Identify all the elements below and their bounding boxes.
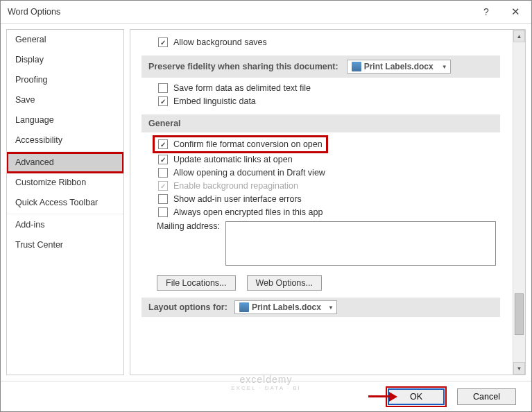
- sidebar-item-proofing[interactable]: Proofing: [7, 70, 123, 90]
- document-icon: [239, 302, 249, 312]
- content-panel: Allow background saves Preserve fidelity…: [130, 29, 526, 375]
- file-locations-button[interactable]: File Locations...: [157, 275, 236, 291]
- chevron-down-icon: ▼: [442, 64, 447, 70]
- combo-preserve-value: Print Labels.docx: [364, 62, 434, 71]
- button-row: File Locations... Web Options...: [157, 275, 500, 291]
- combo-preserve-document[interactable]: Print Labels.docx ▼: [347, 60, 451, 74]
- web-options-button[interactable]: Web Options...: [247, 275, 322, 291]
- checkbox-show-addin-errors[interactable]: [158, 194, 168, 204]
- vertical-scrollbar[interactable]: ▲ ▼: [513, 30, 525, 375]
- sidebar-item-trust-center[interactable]: Trust Center: [7, 235, 123, 255]
- checkbox-allow-draft[interactable]: [158, 168, 168, 178]
- sidebar: General Display Proofing Save Language A…: [6, 29, 124, 375]
- arrow-annotation: [368, 392, 397, 402]
- sidebar-item-quick-access-toolbar[interactable]: Quick Access Toolbar: [7, 193, 123, 213]
- checkbox-allow-background-saves[interactable]: [158, 37, 168, 47]
- scroll-up-arrow[interactable]: ▲: [513, 30, 525, 42]
- scroll-thumb[interactable]: [515, 293, 524, 335]
- option-row-update-auto-links: Update automatic links at open: [158, 155, 500, 164]
- sidebar-item-add-ins[interactable]: Add-ins: [7, 215, 123, 235]
- option-row-allow-draft: Allow opening a document in Draft view: [158, 168, 500, 178]
- section-title-layout: Layout options for:: [148, 302, 228, 312]
- sidebar-item-display[interactable]: Display: [7, 50, 123, 70]
- label-embed-linguistic: Embed linguistic data: [173, 96, 256, 106]
- option-row-save-form-data: Save form data as delimited text file: [158, 83, 500, 93]
- document-icon: [352, 62, 361, 71]
- section-preserve-fidelity: Preserve fidelity when sharing this docu…: [141, 55, 500, 78]
- option-row-enable-repagination: Enable background repagination: [158, 181, 500, 191]
- combo-layout-document[interactable]: Print Labels.docx ▼: [234, 300, 337, 314]
- label-allow-background-saves: Allow background saves: [173, 37, 267, 47]
- option-row-show-addin-errors: Show add-in user interface errors: [158, 194, 500, 204]
- checkbox-confirm-conversion[interactable]: [158, 139, 168, 149]
- scroll-down-arrow[interactable]: ▼: [513, 362, 525, 375]
- sidebar-item-accessibility[interactable]: Accessibility: [7, 130, 123, 151]
- highlighted-option-confirm-conversion: Confirm file format conversion on open: [155, 138, 325, 151]
- word-options-dialog: Word Options ? ✕ General Display Proofin…: [0, 0, 532, 412]
- help-button[interactable]: ?: [472, 6, 500, 17]
- checkbox-enable-repagination: [158, 181, 168, 191]
- section-layout-options: Layout options for: Print Labels.docx ▼: [141, 298, 500, 317]
- checkbox-update-auto-links[interactable]: [158, 155, 168, 164]
- section-title-general: General: [148, 119, 181, 128]
- dialog-body: General Display Proofing Save Language A…: [1, 23, 531, 381]
- option-row-embed-linguistic: Embed linguistic data: [158, 96, 500, 106]
- cancel-button[interactable]: Cancel: [457, 388, 516, 405]
- sidebar-item-save[interactable]: Save: [7, 90, 123, 110]
- sidebar-item-language[interactable]: Language: [7, 110, 123, 130]
- option-row-always-encrypted: Always open encrypted files in this app: [158, 207, 500, 217]
- close-button[interactable]: ✕: [500, 6, 531, 18]
- checkbox-embed-linguistic[interactable]: [158, 96, 168, 106]
- label-show-addin-errors: Show add-in user interface errors: [173, 194, 302, 204]
- checkbox-always-encrypted[interactable]: [158, 207, 168, 217]
- label-allow-draft: Allow opening a document in Draft view: [173, 168, 325, 178]
- section-general: General: [141, 114, 500, 132]
- chevron-down-icon: ▼: [328, 304, 334, 311]
- mailing-address-row: Mailing address:: [157, 221, 500, 266]
- label-save-form-data: Save form data as delimited text file: [173, 83, 311, 93]
- label-confirm-conversion: Confirm file format conversion on open: [173, 139, 323, 149]
- option-row-allow-background-saves: Allow background saves: [158, 37, 500, 47]
- section-title-preserve: Preserve fidelity when sharing this docu…: [148, 62, 338, 71]
- label-always-encrypted: Always open encrypted files in this app: [173, 207, 323, 217]
- sidebar-item-general[interactable]: General: [7, 30, 123, 50]
- sidebar-item-customize-ribbon[interactable]: Customize Ribbon: [7, 173, 123, 193]
- dialog-footer: OK Cancel: [1, 381, 531, 411]
- checkbox-save-form-data[interactable]: [158, 83, 168, 93]
- combo-layout-value: Print Labels.docx: [252, 302, 321, 312]
- dialog-title: Word Options: [8, 7, 472, 17]
- titlebar: Word Options ? ✕: [1, 1, 531, 23]
- label-update-auto-links: Update automatic links at open: [173, 155, 293, 164]
- label-enable-repagination: Enable background repagination: [173, 181, 298, 191]
- label-mailing-address: Mailing address:: [157, 221, 220, 231]
- textarea-mailing-address[interactable]: [225, 221, 496, 266]
- sidebar-item-advanced[interactable]: Advanced: [7, 153, 123, 173]
